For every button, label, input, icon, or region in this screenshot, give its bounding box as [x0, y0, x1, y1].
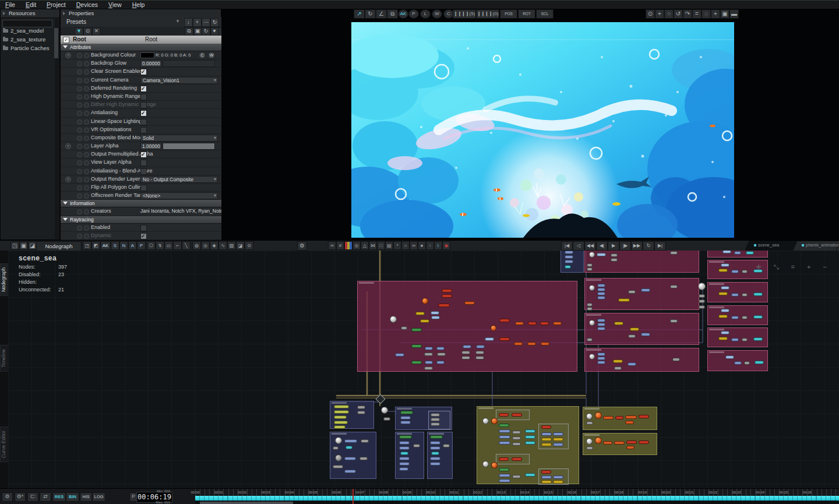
- graph-node[interactable]: [475, 351, 484, 354]
- graph-node[interactable]: [344, 470, 356, 473]
- curve-icon[interactable]: ∿: [218, 241, 227, 250]
- graph-node[interactable]: [753, 292, 763, 296]
- keyframe-icon[interactable]: [84, 103, 89, 108]
- node-group[interactable]: [707, 282, 768, 302]
- keyframe-icon[interactable]: [77, 234, 82, 239]
- node-group[interactable]: [583, 433, 657, 455]
- graph-node[interactable]: [485, 337, 494, 341]
- keyframe-icon[interactable]: [84, 152, 89, 157]
- graph-node[interactable]: [334, 405, 349, 408]
- keyframe-icon[interactable]: [77, 177, 82, 182]
- graph-node[interactable]: [734, 251, 741, 255]
- graph-node[interactable]: [499, 424, 509, 427]
- preset-download-button[interactable]: ↓: [184, 18, 193, 27]
- graph-node[interactable]: [464, 301, 475, 305]
- graph-node[interactable]: [515, 322, 524, 325]
- graph-node[interactable]: [699, 294, 705, 298]
- checkbox-dynamic[interactable]: [140, 233, 147, 239]
- section-information[interactable]: Information: [61, 200, 222, 207]
- keyframe-icon[interactable]: [77, 169, 82, 174]
- graph-sphere-node[interactable]: [595, 412, 602, 419]
- graph-node[interactable]: [597, 296, 605, 299]
- zoom-icon[interactable]: ◌: [701, 9, 711, 19]
- graph-node[interactable]: [541, 480, 552, 484]
- all-mode-button[interactable]: A: [128, 241, 137, 250]
- graph-node[interactable]: [721, 286, 729, 290]
- layout-single-button[interactable]: ◳: [10, 241, 19, 250]
- graph-node[interactable]: [499, 457, 509, 461]
- node-mode-button[interactable]: N: [119, 241, 128, 250]
- magnifier-icon[interactable]: ○: [401, 241, 410, 250]
- keyframe-icon[interactable]: [84, 225, 89, 231]
- skip-start-button[interactable]: |◀: [561, 241, 573, 251]
- graph-node[interactable]: [540, 322, 549, 325]
- expose-icon[interactable]: ?: [65, 177, 71, 182]
- checkbox-antialiasing-blend-aware[interactable]: [140, 168, 147, 175]
- graph-node[interactable]: [565, 251, 573, 254]
- node-group[interactable]: [330, 401, 374, 429]
- cube-icon[interactable]: □: [377, 241, 385, 250]
- graph-node[interactable]: [587, 267, 593, 271]
- menu-help[interactable]: Help: [127, 1, 150, 9]
- node-group[interactable]: [583, 407, 657, 430]
- keyframe-step-5-button[interactable]: ❙❙❙❙(5): [453, 9, 476, 19]
- graph-node[interactable]: [541, 475, 552, 479]
- fit-icon[interactable]: ⁘: [664, 9, 674, 19]
- graph-node[interactable]: [553, 443, 563, 446]
- link-view-icon[interactable]: ∞: [328, 241, 336, 250]
- graph-node[interactable]: [436, 361, 445, 364]
- loop-button[interactable]: ↻: [643, 241, 654, 251]
- graph-node[interactable]: [597, 323, 605, 326]
- dropdown-output-render-layers-side-by[interactable]: No - Output Composite: [140, 176, 218, 183]
- white-button[interactable]: W: [208, 52, 215, 59]
- graph-sphere-node[interactable]: [335, 437, 342, 444]
- graph-node[interactable]: [597, 357, 605, 360]
- keyframe-icon[interactable]: [84, 193, 89, 199]
- root-checkbox[interactable]: ✓: [63, 37, 69, 43]
- keyframe-icon[interactable]: [84, 86, 89, 91]
- orbit-icon[interactable]: ↺: [674, 9, 683, 19]
- gradient-icon[interactable]: ◪: [236, 241, 245, 250]
- render-viewport[interactable]: [351, 22, 734, 238]
- lasso-select-icon[interactable]: ↯: [156, 241, 164, 250]
- node-group[interactable]: [395, 407, 452, 430]
- graph-node[interactable]: [527, 342, 536, 346]
- select-mode-button[interactable]: S: [111, 241, 119, 250]
- menu-file[interactable]: File: [0, 1, 20, 9]
- scale-tool-icon[interactable]: ∠: [376, 9, 387, 19]
- dropdown-current-camera[interactable]: Camera_Vision1: [140, 77, 218, 84]
- graph-node[interactable]: [721, 309, 729, 312]
- graph-node[interactable]: [334, 421, 348, 424]
- graph-node[interactable]: [334, 410, 349, 414]
- graph-node[interactable]: [639, 440, 649, 444]
- keyframe-icon[interactable]: [77, 160, 82, 165]
- graph-node[interactable]: [344, 439, 357, 443]
- graph-node[interactable]: [553, 322, 562, 325]
- graph-node[interactable]: [411, 328, 422, 332]
- menu-view[interactable]: View: [103, 1, 127, 9]
- lock-rotation-button[interactable]: ROT: [518, 9, 535, 19]
- xray-icon[interactable]: ◈: [210, 241, 218, 250]
- graph-node[interactable]: [346, 446, 352, 449]
- graph-node[interactable]: [626, 440, 637, 444]
- graph-node[interactable]: [431, 422, 440, 426]
- graph-node[interactable]: [499, 413, 509, 417]
- revert-button[interactable]: ↻: [202, 27, 210, 36]
- graph-node[interactable]: [565, 260, 573, 263]
- graph-node[interactable]: [721, 263, 729, 267]
- checkbox-clear-screen-enabled[interactable]: [140, 69, 147, 75]
- graph-node[interactable]: [670, 319, 678, 323]
- checkbox-dither-high-dynamic-range[interactable]: [140, 102, 147, 108]
- graph-node[interactable]: [731, 293, 739, 297]
- graph-node[interactable]: [411, 344, 422, 348]
- graph-sphere-node[interactable]: [381, 407, 388, 414]
- graph-node[interactable]: [597, 319, 605, 322]
- keyframe-icon[interactable]: [77, 144, 82, 149]
- graph-node[interactable]: [431, 452, 439, 455]
- graph-node[interactable]: [614, 366, 622, 370]
- graph-node[interactable]: [541, 432, 552, 436]
- parent-mode-button[interactable]: P: [137, 241, 146, 250]
- graph-node[interactable]: [415, 312, 425, 315]
- graph-sphere-node[interactable]: [482, 461, 489, 467]
- position-key-button[interactable]: P: [408, 9, 419, 19]
